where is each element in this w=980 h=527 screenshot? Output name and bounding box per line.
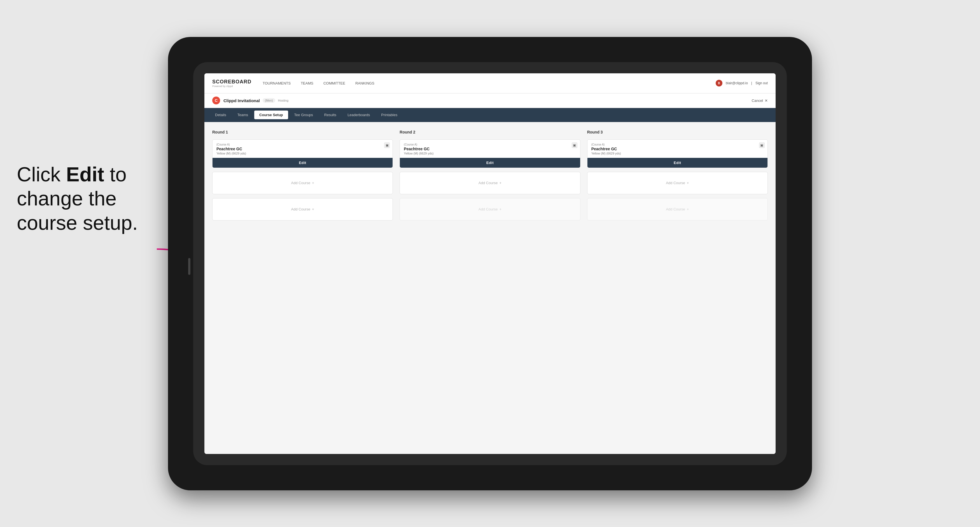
nav-teams[interactable]: TEAMS [301, 81, 313, 85]
rounds-container: Round 1 (Course A) Peachtree GC Yellow (… [212, 130, 768, 221]
nav-separator: | [751, 81, 752, 85]
add-course-r2-slot1[interactable]: Add Course + [399, 172, 580, 194]
cancel-button[interactable]: Cancel ✕ [752, 98, 768, 103]
sign-out-link[interactable]: Sign out [756, 81, 768, 85]
add-course-r3-slot2: Add Course + [587, 198, 768, 221]
course-label-r1: (Course A) [216, 143, 389, 146]
round-1-label: Round 1 [212, 130, 393, 134]
tournament-bar: C Clippd Invitational (Men) Hosting Canc… [204, 94, 776, 108]
add-icon-r3-2: + [687, 207, 689, 211]
logo-sub: Powered by clippd [212, 85, 251, 87]
course-card-r2-c1: (Course A) Peachtree GC Yellow (M) (6629… [399, 140, 580, 168]
add-course-r2-text2: Add Course + [479, 207, 501, 211]
tournament-logo: C [212, 97, 220, 105]
delete-course-r1-btn[interactable]: ▣ [384, 143, 390, 148]
main-content: Round 1 (Course A) Peachtree GC Yellow (… [204, 122, 776, 454]
cancel-x-icon: ✕ [765, 98, 768, 103]
tournament-logo-letter: C [215, 98, 218, 103]
tablet-screen: SCOREBOARD Powered by clippd TOURNAMENTS… [204, 73, 776, 454]
round-2-label: Round 2 [399, 130, 580, 134]
user-email: blair@clippd.io [726, 81, 748, 85]
round-2-column: Round 2 (Course A) Peachtree GC Yellow (… [399, 130, 580, 221]
hosting-badge: Hosting [278, 99, 288, 102]
tournament-gender-badge: (Men) [262, 98, 275, 103]
side-button [188, 258, 190, 275]
course-details-r3: Yellow (M) (6629 yds) [591, 152, 764, 155]
course-card-r1-header: (Course A) Peachtree GC Yellow (M) (6629… [213, 140, 393, 158]
tab-course-setup[interactable]: Course Setup [254, 111, 288, 119]
course-card-r3-c1: (Course A) Peachtree GC Yellow (M) (6629… [587, 140, 768, 168]
add-icon-r1-1: + [312, 181, 314, 185]
course-label-r3: (Course A) [591, 143, 764, 146]
delete-icon: ▣ [385, 143, 389, 147]
annotation-bold: Edit [66, 163, 104, 186]
logo-text: SCOREBOARD [212, 79, 251, 85]
add-course-r1-slot2[interactable]: Add Course + [212, 198, 393, 221]
add-icon-r3-1: + [687, 181, 689, 185]
round-3-label: Round 3 [587, 130, 768, 134]
tab-teams[interactable]: Teams [232, 111, 253, 119]
course-name-r3: Peachtree GC [591, 147, 764, 151]
nav-tournaments[interactable]: TOURNAMENTS [262, 81, 291, 85]
edit-course-r2-button[interactable]: Edit [400, 158, 580, 168]
edit-course-r1-button[interactable]: Edit [213, 158, 393, 168]
course-name-r1: Peachtree GC [216, 147, 389, 151]
tab-bar: Details Teams Course Setup Tee Groups Re… [204, 108, 776, 122]
nav-rankings[interactable]: RANKINGS [355, 81, 374, 85]
course-name-r2: Peachtree GC [404, 147, 576, 151]
nav-links: TOURNAMENTS TEAMS COMMITTEE RANKINGS [262, 81, 716, 85]
add-icon-r1-2: + [312, 207, 314, 211]
add-course-r2-text1: Add Course + [479, 181, 501, 185]
add-course-r1-slot1[interactable]: Add Course + [212, 172, 393, 194]
course-label-r2: (Course A) [404, 143, 576, 146]
add-course-r1-text1: Add Course + [291, 181, 314, 185]
course-details-r1: Yellow (M) (6629 yds) [216, 152, 389, 155]
scoreboard-logo: SCOREBOARD Powered by clippd [212, 79, 251, 87]
course-details-r2: Yellow (M) (6629 yds) [404, 152, 576, 155]
course-card-r2-header: (Course A) Peachtree GC Yellow (M) (6629… [400, 140, 580, 158]
add-icon-r2-1: + [500, 181, 502, 185]
tournament-name: Clippd Invitational [223, 98, 260, 103]
tab-details[interactable]: Details [210, 111, 231, 119]
delete-course-r2-btn[interactable]: ▣ [572, 143, 578, 148]
round-3-column: Round 3 (Course A) Peachtree GC Yellow (… [587, 130, 768, 221]
add-course-r3-text1: Add Course + [666, 181, 689, 185]
nav-committee[interactable]: COMMITTEE [323, 81, 345, 85]
add-course-r2-slot2: Add Course + [399, 198, 580, 221]
nav-right: B blair@clippd.io | Sign out [716, 80, 768, 86]
tab-leaderboards[interactable]: Leaderboards [342, 111, 375, 119]
tab-results[interactable]: Results [319, 111, 341, 119]
delete-icon-r3: ▣ [760, 143, 763, 147]
add-course-r3-text2: Add Course + [666, 207, 689, 211]
tablet-bezel: SCOREBOARD Powered by clippd TOURNAMENTS… [193, 62, 787, 465]
tab-printables[interactable]: Printables [376, 111, 402, 119]
user-avatar: B [716, 80, 722, 86]
edit-course-r3-button[interactable]: Edit [587, 158, 767, 168]
course-card-r1-c1: (Course A) Peachtree GC Yellow (M) (6629… [212, 140, 393, 168]
tab-tee-groups[interactable]: Tee Groups [289, 111, 318, 119]
add-course-r3-slot1[interactable]: Add Course + [587, 172, 768, 194]
top-navigation: SCOREBOARD Powered by clippd TOURNAMENTS… [204, 73, 776, 94]
annotation-text: Click Edit tochange thecourse setup. [17, 162, 138, 235]
add-icon-r2-2: + [500, 207, 502, 211]
delete-course-r3-btn[interactable]: ▣ [759, 143, 765, 148]
add-course-r1-text2: Add Course + [291, 207, 314, 211]
round-1-column: Round 1 (Course A) Peachtree GC Yellow (… [212, 130, 393, 221]
course-card-r3-header: (Course A) Peachtree GC Yellow (M) (6629… [587, 140, 767, 158]
delete-icon-r2: ▣ [573, 143, 576, 147]
tablet-device: SCOREBOARD Powered by clippd TOURNAMENTS… [168, 37, 812, 490]
